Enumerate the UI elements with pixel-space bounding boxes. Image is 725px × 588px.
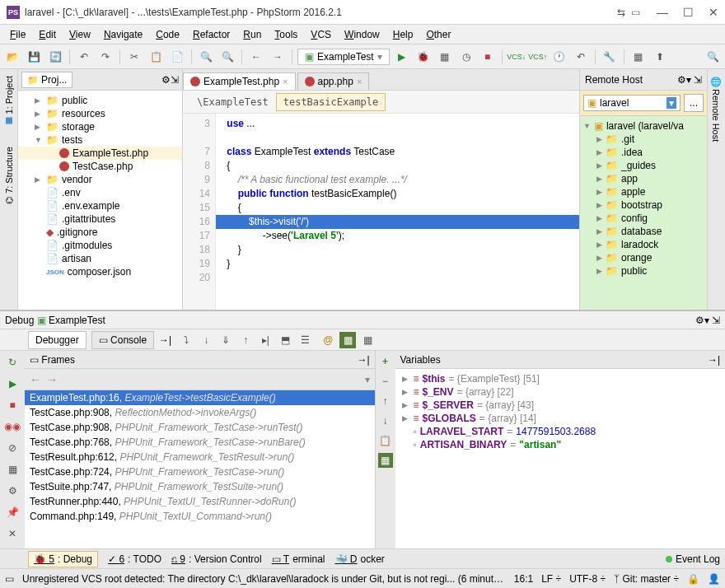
menu-tools[interactable]: Tools xyxy=(268,27,304,42)
debug-gear-icon[interactable]: ⚙▾ xyxy=(695,315,709,326)
remove-watch-icon[interactable]: − xyxy=(378,374,393,389)
remote-server-dropdown[interactable]: ▣laravel▾ xyxy=(583,95,681,111)
toolbar-toggles[interactable]: ⇆ ▭ xyxy=(617,7,640,18)
tree-node[interactable]: ◆.gitignore xyxy=(18,226,182,239)
remote-node[interactable]: ▶📁database xyxy=(580,225,707,238)
menu-edit[interactable]: Edit xyxy=(32,27,63,42)
line-separator[interactable]: LF ÷ xyxy=(541,573,561,585)
remote-node[interactable]: ▶📁orange xyxy=(580,251,707,264)
event-log-tab[interactable]: Event Log xyxy=(666,553,720,565)
remote-node[interactable]: ▶📁bootstrap xyxy=(580,198,707,212)
breakpoints-icon[interactable]: ◉◉ xyxy=(4,418,21,435)
frame-row[interactable]: TestSuite.php:747, PHPUnit_Framework_Tes… xyxy=(25,479,375,494)
project-gear-icon[interactable]: ⚙ xyxy=(161,74,171,86)
add-watch-icon[interactable]: + xyxy=(378,354,393,369)
remote-node[interactable]: ▶📁apple xyxy=(580,185,707,198)
search-icon[interactable]: 🔍 xyxy=(704,48,722,66)
redo-icon[interactable]: ↷ xyxy=(96,48,115,66)
drop-frame-icon[interactable]: ⬒ xyxy=(277,332,293,348)
history-icon[interactable]: 🕐 xyxy=(550,48,568,66)
debug-hide-icon[interactable]: ⇲ xyxy=(712,315,720,326)
run-icon[interactable]: ▶ xyxy=(393,48,411,66)
coverage-icon[interactable]: ▦ xyxy=(436,48,454,66)
close-debug-icon[interactable]: ✕ xyxy=(4,525,21,542)
layout-icon[interactable]: ▦ xyxy=(4,461,21,478)
mute-bp-icon[interactable]: ▦ xyxy=(339,332,356,348)
tree-node[interactable]: 📄.env.example xyxy=(18,199,182,212)
menu-navigate[interactable]: Navigate xyxy=(97,27,149,42)
tree-node[interactable]: 📄artisan xyxy=(18,252,182,265)
lock-icon[interactable]: 🔒 xyxy=(687,573,699,585)
frame-row[interactable]: Command.php:149, PHPUnit_TextUI_Command-… xyxy=(25,509,375,524)
cut-icon[interactable]: ✂ xyxy=(125,48,143,66)
vcs-commit-icon[interactable]: VCS↑ xyxy=(529,48,547,66)
watch-up-icon[interactable]: ↑ xyxy=(378,394,393,408)
tree-node[interactable]: JSONcomposer.json xyxy=(18,265,182,278)
variable-row[interactable]: ▶≡ $_ENV = {array} [22] xyxy=(399,385,723,399)
copy-icon[interactable]: 📋 xyxy=(147,48,165,66)
hector-icon[interactable]: 👤 xyxy=(708,573,720,585)
file-encoding[interactable]: UTF-8 ÷ xyxy=(569,573,606,585)
menu-view[interactable]: View xyxy=(63,27,97,42)
tree-node[interactable]: ExampleTest.php xyxy=(18,147,182,160)
frame-row[interactable]: TestCase.php:768, PHPUnit_Framework_Test… xyxy=(25,435,375,450)
sync-icon[interactable]: 🔄 xyxy=(46,48,64,66)
resume-icon[interactable]: ▶ xyxy=(4,376,21,392)
structure-icon[interactable]: ▦ xyxy=(629,48,648,66)
editor-tab[interactable]: ExampleTest.php× xyxy=(183,72,296,90)
minimize-button[interactable]: — xyxy=(657,6,668,19)
save-icon[interactable]: 💾 xyxy=(25,48,43,66)
paste-icon[interactable]: 📄 xyxy=(168,48,186,66)
run-config-dropdown[interactable]: ▣ ExampleTest ▾ xyxy=(297,49,390,65)
tree-node[interactable]: ▶📁resources xyxy=(18,107,182,120)
step-out-icon[interactable]: ↑ xyxy=(237,332,254,348)
run-to-cursor-icon[interactable]: ▸| xyxy=(257,332,274,348)
console-output-icon[interactable]: →| xyxy=(159,334,171,346)
tree-node[interactable]: 📄.gitmodules xyxy=(18,239,182,252)
menu-other[interactable]: Other xyxy=(419,27,457,42)
step-over-icon[interactable]: ⤵ xyxy=(178,332,194,348)
tree-node[interactable]: ▶📁vendor xyxy=(18,173,182,186)
remote-node[interactable]: ▶📁config xyxy=(580,212,707,225)
close-button[interactable]: ✕ xyxy=(709,6,718,19)
remote-gear-icon[interactable]: ⚙▾ xyxy=(677,74,691,86)
variable-row[interactable]: ▫ LARAVEL_START = 1477591503.2688 xyxy=(399,425,723,438)
breadcrumb-method[interactable]: testBasicExample xyxy=(276,93,386,111)
copy-watch-icon[interactable]: 📋 xyxy=(378,433,393,448)
remote-node[interactable]: ▶📁app xyxy=(580,172,707,185)
frame-row[interactable]: TestRunner.php:440, PHPUnit_TextUI_TestR… xyxy=(25,494,375,509)
forward-icon[interactable]: → xyxy=(269,48,287,66)
variable-row[interactable]: ▶≡ $GLOBALS = {array} [14] xyxy=(399,412,723,425)
watch-down-icon[interactable]: ↓ xyxy=(378,413,393,428)
back-icon[interactable]: ← xyxy=(247,48,265,66)
remote-more-button[interactable]: ... xyxy=(684,94,704,112)
tree-node[interactable]: TestCase.php xyxy=(18,160,182,173)
frame-row[interactable]: TestResult.php:612, PHPUnit_Framework_Te… xyxy=(25,450,375,464)
code-editor[interactable]: 378914151617181920 use ... class Example… xyxy=(183,114,579,310)
maximize-button[interactable]: ☐ xyxy=(683,6,694,19)
vars-options-icon[interactable]: →| xyxy=(708,354,720,366)
undo-icon[interactable]: ↶ xyxy=(75,48,93,66)
remote-node[interactable]: ▶📁laradock xyxy=(580,238,707,251)
tree-node[interactable]: ▼📁tests xyxy=(18,133,182,147)
force-step-icon[interactable]: ⇓ xyxy=(218,332,234,348)
profile-icon[interactable]: ◷ xyxy=(457,48,475,66)
stop-icon[interactable]: ■ xyxy=(479,48,497,66)
project-collapse-icon[interactable]: ⇲ xyxy=(171,74,179,86)
frame-row[interactable]: TestCase.php:908, ReflectionMethod->invo… xyxy=(25,405,375,420)
frame-next-icon[interactable]: → xyxy=(46,373,58,386)
frames-options-icon[interactable]: →| xyxy=(357,354,369,366)
tree-node[interactable]: 📄.env xyxy=(18,186,182,199)
variable-row[interactable]: ▶≡ $_SERVER = {array} [43] xyxy=(399,399,723,412)
zoom-in-icon[interactable]: 🔍 xyxy=(197,48,215,66)
show-watches-icon[interactable]: ▦ xyxy=(378,453,393,468)
tree-node[interactable]: 📄.gitattributes xyxy=(18,212,182,226)
menu-file[interactable]: File xyxy=(3,27,32,42)
zoom-out-icon[interactable]: 🔍 xyxy=(218,48,236,66)
caret-position[interactable]: 16:1 xyxy=(514,573,533,585)
debugger-tab[interactable]: Debugger xyxy=(28,331,87,349)
remote-node[interactable]: ▶📁public xyxy=(580,264,707,278)
frame-row[interactable]: TestCase.php:908, PHPUnit_Framework_Test… xyxy=(25,420,375,435)
status-icon[interactable]: ▭ xyxy=(5,573,14,585)
frame-prev-icon[interactable]: ← xyxy=(30,373,41,386)
